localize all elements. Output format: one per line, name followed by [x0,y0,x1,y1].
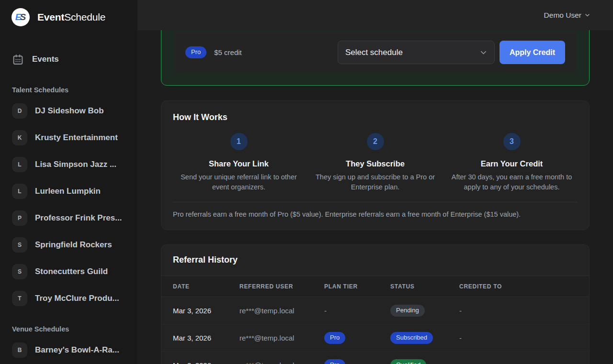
sidebar-item-events[interactable]: Events [0,52,137,67]
referral-history-title: Referral History [173,255,578,265]
brand-name-bold: Event [37,11,64,22]
step-number-badge: 1 [230,133,248,150]
status-badge: Qualified [390,359,426,364]
brand-name: EventSchedule [37,11,105,23]
sidebar-item-schedule[interactable]: S Stonecutters Guild [0,264,137,279]
cell-credited-to: - [459,324,589,352]
cell-plan-tier: Pro [324,352,390,364]
cell-referred-user: re***@temp.local [239,352,324,364]
schedule-label: DJ Sideshow Bob [35,106,104,116]
sidebar-section: Venue Schedules B Barney's Bowl-A-Ra... [0,325,137,358]
logo-letter-e: E [15,12,20,22]
schedule-label: Lisa Simpson Jazz ... [35,160,116,169]
step-number-badge: 2 [367,133,384,150]
cell-status: Qualified [390,352,459,364]
schedule-avatar: S [12,264,27,279]
status-badge: Subscribed [390,332,433,344]
credit-row: Pro $5 credit Select schedule Apply Cred… [174,32,577,73]
table-row: Mar 3, 2026 re***@temp.local - Pending - [161,297,589,324]
empty-value: - [459,334,462,342]
schedule-select-value: Select schedule [345,48,403,57]
step-number-badge: 3 [503,133,521,150]
schedule-label: Krusty Entertainment [35,133,118,143]
sidebar-item-schedule[interactable]: P Professor Frink Pres... [0,210,137,226]
schedule-avatar: D [12,103,27,119]
divider [173,202,578,202]
sidebar-item-schedule[interactable]: T Troy McClure Produ... [0,291,137,306]
referral-credit-banner: Pro $5 credit Select schedule Apply Cred… [161,30,590,86]
how-it-works-steps: 1 Share Your Link Send your unique refer… [173,133,578,192]
cell-plan-tier: Pro [324,324,390,352]
calendar-icon [12,54,24,66]
schedule-label: Professor Frink Pres... [35,213,122,223]
chevron-down-icon [585,12,590,18]
topbar: Demo User [137,0,613,30]
sidebar-item-schedule[interactable]: D DJ Sideshow Bob [0,103,137,119]
empty-value: - [459,361,462,364]
how-it-works-step: 3 Earn Your Credit After 30 days, you ea… [446,133,578,192]
schedule-list: B Barney's Bowl-A-Ra... [0,342,137,358]
sidebar-sections: Talent Schedules D DJ Sideshow Bob K Kru… [0,86,137,358]
table-column-header: REFERRED USER [239,276,324,297]
brand-name-regular: Schedule [64,11,105,22]
schedule-label: Stonecutters Guild [35,267,108,276]
how-it-works-title: How It Works [173,112,578,122]
schedule-avatar: T [12,291,27,306]
table-body: Mar 3, 2026 re***@temp.local - Pending -… [161,297,589,364]
table-row: Mar 3, 2026 re***@temp.local Pro Subscri… [161,324,589,352]
step-title: Share Your Link [173,159,305,168]
brand-logo-icon: ES [11,8,30,26]
table-column-header: DATE [161,276,239,297]
content-scroll-area: Pro $5 credit Select schedule Apply Cred… [137,30,613,364]
step-title: They Subscribe [309,159,441,168]
referral-history-header: Referral History [161,245,589,276]
schedule-avatar: K [12,130,27,145]
schedule-avatar: P [12,210,27,226]
schedule-select[interactable]: Select schedule [338,41,495,64]
sidebar: ES EventSchedule Events Talent Schedu [0,0,137,364]
cell-referred-user: re***@temp.local [239,324,324,352]
table-row: Mar 3, 2026 re***@temp.local Pro Qualifi… [161,352,589,364]
sidebar-section-title: Talent Schedules [0,86,137,94]
step-title: Earn Your Credit [446,159,578,168]
referral-history-table: DATEREFERRED USERPLAN TIERSTATUSCREDITED… [161,276,589,364]
credit-actions: Select schedule Apply Credit [338,41,565,64]
table-column-header: CREDITED TO [459,276,589,297]
user-menu-label: Demo User [544,11,581,20]
sidebar-item-label: Events [32,55,59,64]
cell-referred-user: re***@temp.local [239,297,324,324]
sidebar-section: Talent Schedules D DJ Sideshow Bob K Kru… [0,86,137,306]
cell-date: Mar 3, 2026 [161,324,239,352]
how-it-works-step: 2 They Subscribe They sign up and subscr… [309,133,441,192]
schedule-label: Barney's Bowl-A-Ra... [35,345,119,355]
step-description: They sign up and subscribe to a Pro or E… [313,172,438,192]
schedule-avatar: L [12,184,27,199]
plan-tier-badge: Pro [324,359,345,364]
main-area: Demo User Pro $5 credit Select schedule [137,0,613,364]
chevron-down-icon [480,49,487,56]
cell-credited-to: - [459,297,589,324]
table-header-row: DATEREFERRED USERPLAN TIERSTATUSCREDITED… [161,276,589,297]
cell-status: Pending [390,297,459,324]
app-root: ES EventSchedule Events Talent Schedu [0,0,613,364]
schedule-avatar: S [12,237,27,253]
user-menu[interactable]: Demo User [544,11,590,20]
sidebar-item-schedule[interactable]: B Barney's Bowl-A-Ra... [0,342,137,358]
sidebar-item-schedule[interactable]: K Krusty Entertainment [0,130,137,145]
schedule-label: Lurleen Lumpkin [35,187,101,196]
status-badge: Pending [390,305,425,317]
brand[interactable]: ES EventSchedule [0,0,137,27]
logo-letter-s: S [20,12,25,22]
sidebar-item-schedule[interactable]: L Lurleen Lumpkin [0,184,137,199]
empty-value: - [459,307,462,315]
step-description: After 30 days, you earn a free month to … [450,172,574,192]
cell-date: Mar 3, 2026 [161,297,239,324]
credit-amount-text: $5 credit [214,48,242,56]
sidebar-item-schedule[interactable]: L Lisa Simpson Jazz ... [0,157,137,172]
sidebar-item-schedule[interactable]: S Springfield Rockers [0,237,137,253]
sidebar-section-title: Venue Schedules [0,325,137,333]
apply-credit-button[interactable]: Apply Credit [499,41,565,64]
empty-value: - [324,307,327,315]
table-column-header: PLAN TIER [324,276,390,297]
tier-badge: Pro [185,46,206,58]
